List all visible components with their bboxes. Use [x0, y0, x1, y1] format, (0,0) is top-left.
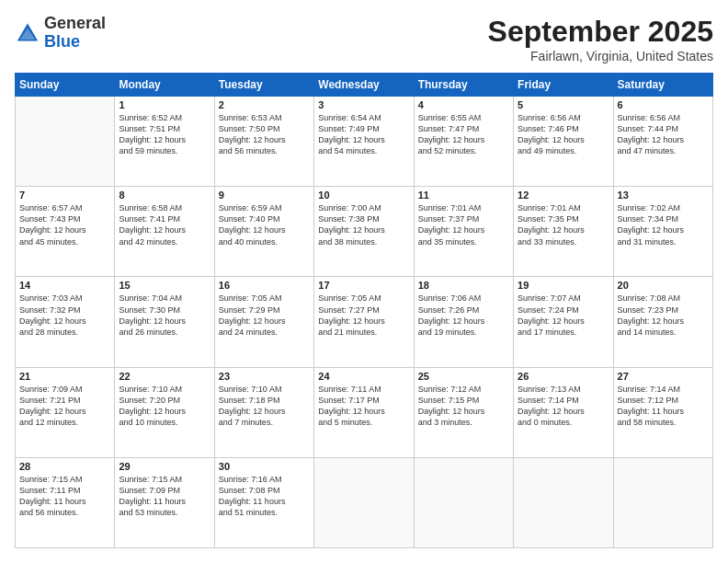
day-number: 11 — [418, 190, 509, 201]
cell-content: Sunrise: 6:53 AM Sunset: 7:50 PM Dayligh… — [219, 112, 310, 157]
cell-content: Sunrise: 7:01 AM Sunset: 7:37 PM Dayligh… — [418, 202, 509, 247]
calendar-day-header: Saturday — [613, 74, 712, 97]
title-block: September 2025 Fairlawn, Virginia, Unite… — [488, 15, 713, 63]
calendar-week-row: 1Sunrise: 6:52 AM Sunset: 7:51 PM Daylig… — [16, 97, 713, 187]
cell-content: Sunrise: 6:57 AM Sunset: 7:43 PM Dayligh… — [19, 202, 110, 247]
day-number: 26 — [518, 371, 609, 382]
cell-content: Sunrise: 7:05 AM Sunset: 7:27 PM Dayligh… — [318, 293, 409, 338]
day-number: 12 — [518, 190, 609, 201]
calendar-day-header: Monday — [115, 74, 214, 97]
day-number: 21 — [19, 371, 110, 382]
month-title: September 2025 — [488, 15, 713, 49]
calendar-cell: 14Sunrise: 7:03 AM Sunset: 7:32 PM Dayli… — [16, 277, 115, 367]
cell-content: Sunrise: 7:15 AM Sunset: 7:09 PM Dayligh… — [119, 474, 210, 519]
calendar-cell: 19Sunrise: 7:07 AM Sunset: 7:24 PM Dayli… — [514, 277, 613, 367]
day-number: 23 — [219, 371, 310, 382]
calendar-cell: 26Sunrise: 7:13 AM Sunset: 7:14 PM Dayli… — [514, 367, 613, 457]
location: Fairlawn, Virginia, United States — [488, 49, 713, 63]
header: General Blue September 2025 Fairlawn, Vi… — [15, 15, 713, 63]
day-number: 5 — [518, 99, 609, 110]
cell-content: Sunrise: 7:00 AM Sunset: 7:38 PM Dayligh… — [318, 202, 409, 247]
calendar-cell: 30Sunrise: 7:16 AM Sunset: 7:08 PM Dayli… — [214, 457, 313, 547]
day-number: 1 — [119, 99, 210, 110]
cell-content: Sunrise: 6:54 AM Sunset: 7:49 PM Dayligh… — [318, 112, 409, 157]
calendar-week-row: 14Sunrise: 7:03 AM Sunset: 7:32 PM Dayli… — [16, 277, 713, 367]
calendar-table: SundayMondayTuesdayWednesdayThursdayFrid… — [15, 73, 713, 548]
calendar-cell: 8Sunrise: 6:58 AM Sunset: 7:41 PM Daylig… — [115, 187, 214, 277]
day-number: 4 — [418, 99, 509, 110]
day-number: 7 — [19, 190, 110, 201]
calendar-cell: 12Sunrise: 7:01 AM Sunset: 7:35 PM Dayli… — [514, 187, 613, 277]
calendar-cell: 21Sunrise: 7:09 AM Sunset: 7:21 PM Dayli… — [16, 367, 115, 457]
cell-content: Sunrise: 7:02 AM Sunset: 7:34 PM Dayligh… — [618, 202, 709, 247]
calendar-cell: 1Sunrise: 6:52 AM Sunset: 7:51 PM Daylig… — [115, 97, 214, 187]
cell-content: Sunrise: 6:52 AM Sunset: 7:51 PM Dayligh… — [119, 112, 210, 157]
logo: General Blue — [15, 15, 106, 52]
calendar-day-header: Wednesday — [314, 74, 414, 97]
day-number: 8 — [119, 190, 210, 201]
day-number: 29 — [119, 461, 210, 472]
day-number: 24 — [318, 371, 409, 382]
calendar-day-header: Friday — [514, 74, 613, 97]
cell-content: Sunrise: 7:09 AM Sunset: 7:21 PM Dayligh… — [19, 384, 110, 429]
cell-content: Sunrise: 7:14 AM Sunset: 7:12 PM Dayligh… — [618, 384, 709, 429]
calendar-header-row: SundayMondayTuesdayWednesdayThursdayFrid… — [16, 74, 713, 97]
calendar-cell: 24Sunrise: 7:11 AM Sunset: 7:17 PM Dayli… — [314, 367, 414, 457]
cell-content: Sunrise: 7:04 AM Sunset: 7:30 PM Dayligh… — [119, 293, 210, 338]
cell-content: Sunrise: 7:15 AM Sunset: 7:11 PM Dayligh… — [19, 474, 110, 519]
day-number: 19 — [518, 280, 609, 291]
calendar-week-row: 7Sunrise: 6:57 AM Sunset: 7:43 PM Daylig… — [16, 187, 713, 277]
calendar-cell: 20Sunrise: 7:08 AM Sunset: 7:23 PM Dayli… — [613, 277, 712, 367]
cell-content: Sunrise: 7:07 AM Sunset: 7:24 PM Dayligh… — [518, 293, 609, 338]
cell-content: Sunrise: 6:56 AM Sunset: 7:44 PM Dayligh… — [618, 112, 709, 157]
calendar-cell: 18Sunrise: 7:06 AM Sunset: 7:26 PM Dayli… — [414, 277, 513, 367]
day-number: 27 — [618, 371, 709, 382]
calendar-cell: 9Sunrise: 6:59 AM Sunset: 7:40 PM Daylig… — [214, 187, 313, 277]
calendar-cell: 6Sunrise: 6:56 AM Sunset: 7:44 PM Daylig… — [613, 97, 712, 187]
calendar-cell: 7Sunrise: 6:57 AM Sunset: 7:43 PM Daylig… — [16, 187, 115, 277]
logo-text: General Blue — [44, 15, 106, 52]
calendar-cell: 15Sunrise: 7:04 AM Sunset: 7:30 PM Dayli… — [115, 277, 214, 367]
cell-content: Sunrise: 6:59 AM Sunset: 7:40 PM Dayligh… — [219, 202, 310, 247]
calendar-cell: 10Sunrise: 7:00 AM Sunset: 7:38 PM Dayli… — [314, 187, 414, 277]
day-number: 22 — [119, 371, 210, 382]
day-number: 6 — [618, 99, 709, 110]
day-number: 14 — [19, 280, 110, 291]
calendar-week-row: 21Sunrise: 7:09 AM Sunset: 7:21 PM Dayli… — [16, 367, 713, 457]
calendar-cell — [314, 457, 414, 547]
day-number: 30 — [219, 461, 310, 472]
calendar-cell: 5Sunrise: 6:56 AM Sunset: 7:46 PM Daylig… — [514, 97, 613, 187]
calendar-cell — [514, 457, 613, 547]
calendar-cell: 28Sunrise: 7:15 AM Sunset: 7:11 PM Dayli… — [16, 457, 115, 547]
day-number: 3 — [318, 99, 409, 110]
cell-content: Sunrise: 6:55 AM Sunset: 7:47 PM Dayligh… — [418, 112, 509, 157]
day-number: 18 — [418, 280, 509, 291]
day-number: 13 — [618, 190, 709, 201]
cell-content: Sunrise: 7:16 AM Sunset: 7:08 PM Dayligh… — [219, 474, 310, 519]
cell-content: Sunrise: 7:13 AM Sunset: 7:14 PM Dayligh… — [518, 384, 609, 429]
day-number: 28 — [19, 461, 110, 472]
cell-content: Sunrise: 7:01 AM Sunset: 7:35 PM Dayligh… — [518, 202, 609, 247]
calendar-cell: 27Sunrise: 7:14 AM Sunset: 7:12 PM Dayli… — [613, 367, 712, 457]
calendar-cell: 25Sunrise: 7:12 AM Sunset: 7:15 PM Dayli… — [414, 367, 513, 457]
calendar-cell: 29Sunrise: 7:15 AM Sunset: 7:09 PM Dayli… — [115, 457, 214, 547]
logo-blue: Blue — [44, 32, 80, 51]
cell-content: Sunrise: 7:10 AM Sunset: 7:18 PM Dayligh… — [219, 384, 310, 429]
day-number: 15 — [119, 280, 210, 291]
cell-content: Sunrise: 7:11 AM Sunset: 7:17 PM Dayligh… — [318, 384, 409, 429]
calendar-week-row: 28Sunrise: 7:15 AM Sunset: 7:11 PM Dayli… — [16, 457, 713, 547]
cell-content: Sunrise: 6:56 AM Sunset: 7:46 PM Dayligh… — [518, 112, 609, 157]
calendar-cell: 23Sunrise: 7:10 AM Sunset: 7:18 PM Dayli… — [214, 367, 313, 457]
day-number: 20 — [618, 280, 709, 291]
cell-content: Sunrise: 7:08 AM Sunset: 7:23 PM Dayligh… — [618, 293, 709, 338]
cell-content: Sunrise: 7:05 AM Sunset: 7:29 PM Dayligh… — [219, 293, 310, 338]
page: General Blue September 2025 Fairlawn, Vi… — [0, 0, 728, 563]
calendar-cell: 17Sunrise: 7:05 AM Sunset: 7:27 PM Dayli… — [314, 277, 414, 367]
logo-icon — [15, 20, 40, 46]
day-number: 25 — [418, 371, 509, 382]
calendar-day-header: Tuesday — [214, 74, 313, 97]
cell-content: Sunrise: 7:12 AM Sunset: 7:15 PM Dayligh… — [418, 384, 509, 429]
logo-general: General — [44, 14, 106, 32]
cell-content: Sunrise: 7:10 AM Sunset: 7:20 PM Dayligh… — [119, 384, 210, 429]
calendar-day-header: Thursday — [414, 74, 513, 97]
